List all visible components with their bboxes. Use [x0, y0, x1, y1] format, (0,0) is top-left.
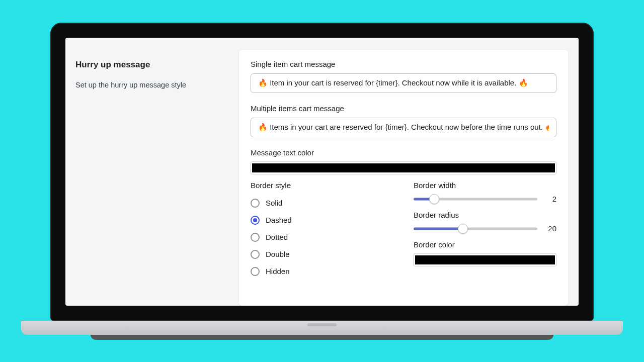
- border-color-label: Border color: [414, 240, 556, 249]
- radio-icon: [251, 233, 260, 242]
- single-item-input[interactable]: [251, 73, 556, 93]
- border-width-value: 2: [543, 195, 556, 203]
- text-color-swatch[interactable]: [251, 162, 556, 174]
- app-screen: Hurry up message Set up the hurry up mes…: [65, 38, 579, 306]
- radio-label: Solid: [266, 199, 282, 207]
- single-item-label: Single item cart message: [251, 60, 556, 68]
- border-radius-value: 20: [543, 224, 556, 233]
- border-color-swatch[interactable]: [414, 254, 556, 266]
- radio-icon: [251, 216, 260, 225]
- multi-item-label: Multiple items cart message: [251, 104, 556, 113]
- radio-icon: [251, 250, 260, 259]
- section-sidebar: Hurry up message Set up the hurry up mes…: [75, 50, 226, 306]
- radio-icon: [251, 267, 260, 276]
- multi-item-input[interactable]: [251, 118, 556, 137]
- border-style-option-hidden[interactable]: Hidden: [251, 263, 393, 280]
- radio-label: Dotted: [266, 233, 288, 241]
- border-style-option-dashed[interactable]: Dashed: [251, 212, 393, 229]
- laptop-deck: [21, 321, 623, 335]
- radio-label: Dashed: [266, 216, 292, 224]
- border-radius-label: Border radius: [414, 211, 556, 219]
- border-style-group: Border style SolidDashedDottedDoubleHidd…: [251, 181, 393, 280]
- laptop-foot: [91, 335, 553, 340]
- radio-label: Double: [266, 250, 290, 258]
- radio-label: Hidden: [266, 267, 290, 276]
- border-style-option-dotted[interactable]: Dotted: [251, 229, 393, 246]
- text-color-label: Message text color: [251, 148, 556, 157]
- border-style-label: Border style: [251, 181, 393, 190]
- border-radius-slider[interactable]: [414, 224, 537, 233]
- section-description: Set up the hurry up message style: [75, 81, 226, 89]
- settings-card: Single item cart message Multiple items …: [238, 50, 569, 306]
- border-width-slider[interactable]: [414, 195, 537, 204]
- border-style-option-double[interactable]: Double: [251, 246, 393, 263]
- section-title: Hurry up message: [75, 60, 226, 70]
- radio-icon: [251, 199, 260, 208]
- border-width-label: Border width: [414, 181, 556, 190]
- border-style-option-solid[interactable]: Solid: [251, 195, 393, 212]
